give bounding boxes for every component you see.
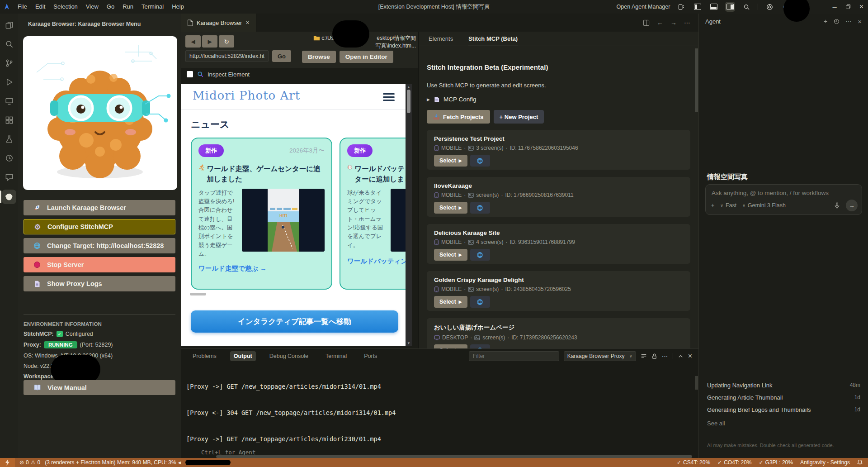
- scroll-up-icon[interactable]: ▲: [406, 85, 412, 89]
- minimize-button[interactable]: ─: [832, 4, 836, 10]
- scroll-down-icon[interactable]: ▼: [406, 341, 412, 345]
- explorer-icon[interactable]: [2, 18, 16, 32]
- tab-debug-console[interactable]: Debug Console: [266, 351, 312, 361]
- page-scrollbar-thumb[interactable]: [407, 90, 410, 113]
- customize-layout-icon[interactable]: [676, 2, 686, 12]
- open-in-browser-button[interactable]: [470, 296, 490, 308]
- maximize-button[interactable]: [843, 2, 853, 12]
- mode-select[interactable]: ∨ Fast: [720, 202, 736, 209]
- reload-button[interactable]: ↻: [219, 35, 234, 48]
- tab-output[interactable]: Output: [230, 351, 256, 361]
- toggle-right-panel-icon[interactable]: [725, 2, 735, 12]
- lock-scroll-icon[interactable]: [651, 353, 657, 359]
- search-icon[interactable]: [741, 2, 751, 12]
- maximize-panel-icon[interactable]: [678, 353, 684, 359]
- inspect-checkbox[interactable]: [187, 71, 193, 77]
- select-project-button[interactable]: Select▶: [434, 249, 467, 261]
- navigate-forward-icon[interactable]: →: [670, 19, 677, 26]
- problems-status[interactable]: ⊘ 0 ⚠ 0: [19, 459, 40, 466]
- close-panel-icon[interactable]: ×: [688, 352, 692, 360]
- extensions-icon[interactable]: [2, 113, 16, 127]
- card-video-thumbnail[interactable]: HIT!: [242, 189, 325, 252]
- menu-help[interactable]: Help: [168, 0, 188, 14]
- interactive-articles-button[interactable]: インタラクティブ記事一覧へ移動: [191, 310, 398, 333]
- tab-elements[interactable]: Elements: [429, 32, 453, 46]
- page-scrollbar[interactable]: ▲ ▼: [406, 84, 412, 346]
- view-manual-button[interactable]: View Manual: [24, 380, 175, 395]
- menu-terminal[interactable]: Terminal: [137, 0, 168, 14]
- cards-scrollbar-thumb[interactable]: [190, 293, 206, 295]
- stop-server-button[interactable]: Stop Server: [24, 257, 175, 272]
- run-debug-icon[interactable]: [2, 75, 16, 89]
- filter-input[interactable]: [469, 351, 559, 361]
- output-channel-select[interactable]: Karaage Browser Proxy ∨: [564, 351, 636, 361]
- select-project-button[interactable]: Select▶: [434, 296, 467, 308]
- panel-vscrollbar-thumb[interactable]: [695, 376, 698, 390]
- select-project-button[interactable]: Select▶: [434, 202, 467, 214]
- settings-status-item[interactable]: Antigravity - Settings: [800, 459, 850, 466]
- attach-icon[interactable]: +: [711, 202, 714, 209]
- card-link[interactable]: ワールド走塁で遊ぶ →: [198, 264, 325, 273]
- browser-profile-icon[interactable]: [764, 2, 774, 12]
- metric-cs4t[interactable]: ✓CS4T: 20%: [677, 459, 710, 466]
- menu-run[interactable]: Run: [118, 0, 137, 14]
- microphone-icon[interactable]: [834, 202, 840, 209]
- menu-go[interactable]: Go: [103, 0, 118, 14]
- tab-problems[interactable]: Problems: [189, 351, 220, 361]
- chat-icon[interactable]: [2, 170, 16, 184]
- open-in-browser-button[interactable]: [470, 344, 490, 348]
- task-item[interactable]: Generating Article Thumbnail 1d: [699, 391, 868, 404]
- model-select[interactable]: ∨ Gemini 3 Flash: [742, 202, 786, 209]
- fetch-projects-button[interactable]: Fetch Projects: [427, 110, 490, 124]
- task-item[interactable]: Generating Brief Logos and Thumbnails 1d: [699, 404, 868, 416]
- change-target-button[interactable]: Change Target: http://localhost:52828: [24, 238, 175, 253]
- select-project-button[interactable]: Select▶: [434, 344, 467, 348]
- word-wrap-icon[interactable]: [641, 353, 647, 359]
- open-in-editor-button[interactable]: Open in Editor: [340, 51, 393, 63]
- karaage-extension-icon[interactable]: [2, 190, 16, 204]
- output-log[interactable]: [Proxy ->] GET /new_toppage/articles/mid…: [186, 365, 694, 452]
- browse-button[interactable]: Browse: [302, 51, 336, 63]
- open-agent-manager-button[interactable]: Open Agent Manager: [617, 4, 670, 10]
- timeline-history-icon[interactable]: [2, 151, 16, 165]
- toggle-bottom-panel-icon[interactable]: [709, 2, 719, 12]
- new-chat-icon[interactable]: +: [824, 18, 827, 25]
- mcp-config-expander[interactable]: ▶ MCP Config: [427, 96, 690, 103]
- new-project-button[interactable]: + New Project: [494, 110, 544, 124]
- more-actions-icon[interactable]: ⋯: [684, 19, 690, 26]
- menu-file[interactable]: File: [14, 0, 31, 14]
- close-window-button[interactable]: ×: [859, 3, 863, 11]
- tab-terminal[interactable]: Terminal: [322, 351, 350, 361]
- search-icon[interactable]: [2, 37, 16, 51]
- show-proxy-logs-button[interactable]: Show Proxy Logs: [24, 276, 175, 291]
- forward-button[interactable]: ▶: [202, 35, 217, 48]
- open-in-browser-button[interactable]: [470, 249, 490, 261]
- open-in-browser-button[interactable]: [470, 155, 490, 167]
- process-stats[interactable]: (3 renderers + Electron Main) Mem: 940 M…: [45, 459, 231, 466]
- more-actions-icon[interactable]: ⋯: [845, 18, 852, 25]
- close-agent-panel-icon[interactable]: ×: [858, 18, 862, 25]
- split-editor-icon[interactable]: [643, 19, 650, 26]
- go-button[interactable]: Go: [272, 50, 291, 62]
- metric-co4t[interactable]: ✓CO4T: 20%: [717, 459, 751, 466]
- task-item[interactable]: Updating Navigation Link 48m: [699, 379, 868, 391]
- url-input[interactable]: [185, 50, 269, 62]
- configure-stitchmcp-button[interactable]: ⚙ Configure StitchMCP: [24, 219, 175, 234]
- launch-karaage-browser-button[interactable]: Launch Karaage Browser: [24, 200, 175, 215]
- metric-g3pl[interactable]: ✓G3PL: 20%: [759, 459, 793, 466]
- menu-edit[interactable]: Edit: [31, 0, 49, 14]
- menu-view[interactable]: View: [82, 0, 103, 14]
- hamburger-menu-icon[interactable]: [383, 93, 395, 103]
- tab-karaage-browser[interactable]: Karaage Browser ×: [181, 14, 256, 32]
- card-video-thumbnail[interactable]: [391, 189, 406, 252]
- navigate-back-icon[interactable]: ←: [657, 19, 663, 26]
- card-link[interactable]: ワールドバッティングで遊ぶ →: [347, 257, 406, 266]
- more-actions-icon[interactable]: ⋯: [662, 353, 668, 360]
- toggle-left-panel-icon[interactable]: [693, 2, 703, 12]
- devtools-scrollbar-thumb[interactable]: [695, 48, 698, 112]
- site-brand[interactable]: Midori Photo Art: [193, 89, 300, 102]
- open-in-browser-button[interactable]: [470, 202, 490, 214]
- back-button[interactable]: ◀: [185, 35, 201, 48]
- see-all-link[interactable]: See all: [707, 420, 725, 427]
- remote-indicator[interactable]: [0, 458, 15, 467]
